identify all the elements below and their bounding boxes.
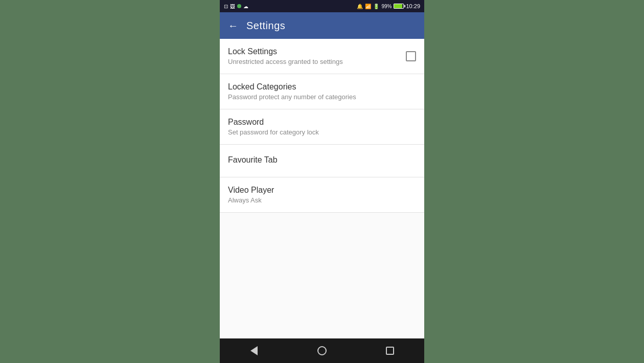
settings-item-subtitle-password: Set password for category lock [228,128,416,136]
settings-item-title-locked-categories: Locked Categories [228,82,416,92]
settings-item-subtitle-locked-categories: Password protect any number of categorie… [228,93,416,101]
settings-item-subtitle-video-player: Always Ask [228,196,416,204]
settings-item-title-password: Password [228,118,416,127]
notification-icon: ⊡ [224,4,228,9]
active-dot-icon [237,4,241,8]
battery-fill [394,4,402,8]
settings-item-text-password: Password Set password for category lock [228,118,416,136]
app-bar: ← Settings [220,12,424,39]
settings-item-text-favourite-tab: Favourite Tab [228,155,416,166]
status-time: 10:29 [406,3,420,9]
settings-item-video-player[interactable]: Video Player Always Ask [220,177,424,213]
settings-item-text-video-player: Video Player Always Ask [228,186,416,204]
sim-icon: 🔋 [373,4,379,9]
settings-item-locked-categories[interactable]: Locked Categories Password protect any n… [220,74,424,109]
nav-bar [220,338,424,363]
wifi-icon: 📶 [365,4,371,9]
photo-icon: 🖼 [230,4,235,9]
battery-percent: 99% [381,4,392,9]
settings-item-subtitle-lock-settings: Unrestricted access granted to settings [228,58,406,65]
settings-list: Lock Settings Unrestricted access grante… [220,39,424,213]
nav-recent-button[interactable] [378,338,402,363]
status-bar: ⊡ 🖼 ☁ 🔔 📶 🔋 99% 10:29 [220,0,424,12]
nav-back-icon [250,346,258,355]
settings-item-password[interactable]: Password Set password for category lock [220,109,424,145]
cloud-icon: ☁ [243,4,248,9]
status-bar-left: ⊡ 🖼 ☁ [224,4,248,9]
vibrate-icon: 🔔 [357,4,363,9]
settings-item-favourite-tab[interactable]: Favourite Tab [220,145,424,177]
settings-item-text-lock-settings: Lock Settings Unrestricted access grante… [228,47,406,65]
lock-settings-checkbox[interactable] [406,51,416,61]
settings-item-text-locked-categories: Locked Categories Password protect any n… [228,82,416,101]
settings-item-lock-settings[interactable]: Lock Settings Unrestricted access grante… [220,39,424,74]
phone-container: ⊡ 🖼 ☁ 🔔 📶 🔋 99% 10:29 ← Settings Lock Se… [220,0,424,363]
settings-item-title-favourite-tab: Favourite Tab [228,155,416,165]
nav-home-icon [317,346,327,355]
nav-recent-icon [386,347,394,355]
settings-content: Lock Settings Unrestricted access grante… [220,39,424,338]
status-bar-right: 🔔 📶 🔋 99% 10:29 [357,3,420,9]
battery-icon [394,4,404,9]
nav-back-button[interactable] [242,338,266,363]
settings-item-title-video-player: Video Player [228,186,416,195]
back-button[interactable]: ← [228,20,238,31]
nav-home-button[interactable] [310,338,334,363]
settings-item-title-lock-settings: Lock Settings [228,47,406,56]
app-bar-title: Settings [246,20,285,32]
